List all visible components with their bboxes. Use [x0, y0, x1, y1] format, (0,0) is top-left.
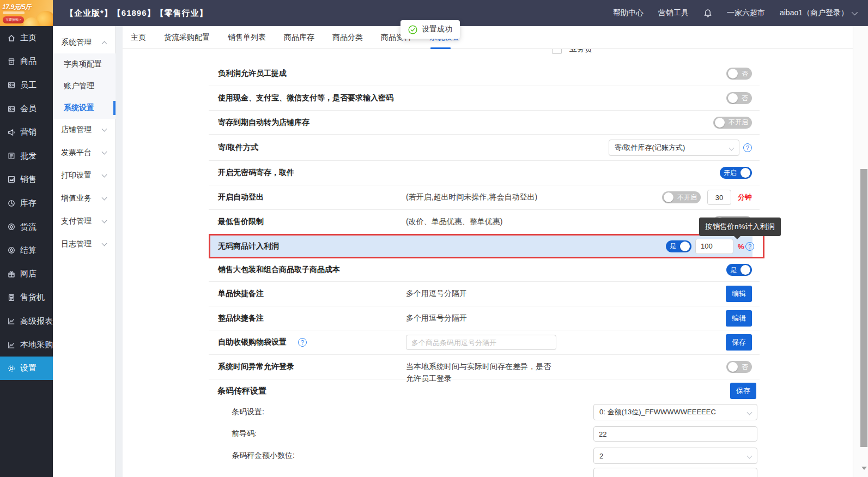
marketing-tools-link[interactable]: 营销工具 [658, 8, 689, 18]
barcode-format-select[interactable]: 0: 金额(13位)_FFWWWWWEEEEEC [593, 404, 757, 420]
setting-row-deposit-pickup-mode: 寄/取件方式 寄/取件库存(记账方式) ? [209, 135, 760, 161]
submenu-item-account-management[interactable]: 账户管理 [53, 75, 116, 97]
sidebar-item-vending-machine[interactable]: 售货机 [0, 286, 53, 309]
main-sidebar: 主页 商品 员工 会员 营销 批发 销售 库存 [0, 26, 53, 477]
submenu-group-payment-management[interactable]: 支付管理 [53, 210, 116, 232]
auto-logout-minutes-input[interactable] [707, 190, 731, 205]
logo-banner[interactable]: 17.9元/5斤 立即抢购 > [0, 0, 53, 26]
chevron-down-icon [729, 145, 735, 150]
chevron-up-icon [102, 41, 107, 46]
scrollbar-down-arrow[interactable] [861, 467, 867, 470]
tooltip: 按销售价n%计入利润 [699, 218, 781, 236]
minutes-unit-label: 分钟 [738, 192, 752, 202]
highlighted-setting-row-uncoded-profit: 无码商品计入利润 是 % ? [209, 234, 764, 258]
save-button[interactable]: 保存 [730, 383, 756, 399]
submenu-group-store-management[interactable]: 店铺管理 [53, 119, 116, 141]
barcode-setting-row: 条码设置: 0: 金额(13位)_FFWWWWWEEEEEC [209, 402, 760, 422]
setting-row-whole-order-remark: 整品快捷备注 多个用逗号分隔开 编辑 [209, 306, 760, 330]
help-center-link[interactable]: 帮助中心 [613, 8, 644, 18]
chevron-down-icon [102, 149, 107, 155]
sidebar-item-sales[interactable]: 销售 [0, 168, 53, 191]
chevron-down-icon [102, 195, 107, 201]
clipped-bottom-input[interactable] [593, 468, 757, 477]
setting-row-min-price-limit: 最低售价限制 (改价、单品优惠、整单优惠) 不开启 [209, 210, 760, 234]
toggle-deposit-expire[interactable]: 不开启 [713, 117, 752, 129]
sidebar-item-advanced-reports[interactable]: 高级报表 [0, 310, 53, 333]
setting-row-self-checkout-bag: 自助收银购物袋设置 ? 保存 [209, 330, 760, 355]
deposit-pickup-mode-select[interactable]: 寄/取件库存(记账方式) [609, 140, 739, 156]
store-name[interactable]: 一家六超市 [727, 8, 765, 18]
gear-icon [7, 364, 16, 373]
toggle-abnormal-time-login[interactable]: 否 [726, 361, 752, 373]
logo-buy-badge[interactable]: 立即抢购 > [3, 16, 24, 23]
chevron-down-icon [852, 9, 858, 15]
toast-message: 设置成功 [422, 25, 452, 34]
scrollbar-track[interactable] [853, 26, 868, 477]
sidebar-item-wholesale[interactable]: 批发 [0, 144, 53, 167]
sidebar-item-goods[interactable]: 商品 [0, 50, 53, 73]
tab-home[interactable]: 主页 [131, 33, 146, 43]
sidebar-item-webstore[interactable]: 网店 [0, 262, 53, 286]
setting-row-negative-profit: 负利润允许员工提成 否 [209, 62, 760, 86]
sidebar-item-members[interactable]: 会员 [0, 97, 53, 120]
sidebar-item-marketing[interactable]: 营销 [0, 120, 53, 144]
toggle-uncoded-profit[interactable]: 是 [666, 240, 691, 252]
edit-button[interactable]: 编辑 [726, 286, 752, 302]
setting-row-payment-password: 使用现金、支付宝、微信支付等，是否要求输入密码 否 [209, 86, 760, 111]
toggle-negative-profit[interactable]: 否 [726, 68, 752, 80]
submenu-children: 字典项配置 账户管理 系统设置 [53, 53, 116, 119]
chevron-down-icon [102, 218, 107, 224]
submenu-group-log-management[interactable]: 日志管理 [53, 233, 116, 255]
sidebar-item-inventory[interactable]: 库存 [0, 191, 53, 215]
help-icon[interactable]: ? [745, 242, 754, 251]
logo-price-text: 17.9元/5斤 [2, 3, 31, 12]
section-title: 条码传秤设置 [217, 386, 266, 396]
bell-icon[interactable] [703, 9, 712, 18]
active-indicator-bar [113, 101, 116, 115]
active-tab-underline [430, 47, 451, 49]
uncoded-profit-percent-input[interactable] [695, 239, 733, 254]
sidebar-item-local-purchase[interactable]: 本地采购 [0, 333, 53, 357]
tab-goods-category[interactable]: 商品分类 [332, 33, 363, 43]
submenu-item-dictionary-config[interactable]: 字典项配置 [53, 53, 116, 75]
chevron-down-icon [102, 241, 107, 246]
sidebar-item-staff[interactable]: 员工 [0, 74, 53, 97]
toggle-payment-password[interactable]: 否 [726, 92, 752, 104]
tab-bar: 主页 货流采购配置 销售单列表 商品库存 商品分类 商品资料 系统设置 [123, 26, 853, 49]
logo-subtext-decoration [3, 11, 25, 14]
submenu-group-value-added[interactable]: 增值业务 [53, 188, 116, 209]
percent-unit-label: % [738, 242, 744, 250]
toggle-no-password-deposit[interactable]: 开启 [720, 167, 752, 179]
submenu-group-system-management[interactable]: 系统管理 [53, 32, 116, 53]
amount-decimal-select[interactable]: 2 [593, 448, 757, 464]
tab-sales-order-list[interactable]: 销售单列表 [228, 33, 266, 43]
save-button[interactable]: 保存 [726, 334, 752, 351]
toggle-auto-logout[interactable]: 不开启 [662, 191, 701, 203]
sidebar-item-settings[interactable]: 设置 [0, 357, 53, 380]
scrollbar-thumb[interactable] [860, 169, 867, 447]
success-check-icon [408, 25, 417, 34]
edit-button[interactable]: 编辑 [726, 310, 752, 327]
setting-row-auto-logout: 开启自动登出 (若开启,超出时间未操作,将会自动登出) 不开启 分钟 [209, 185, 760, 210]
window-title: 【企业版*】【61896】【零售行业】 [65, 0, 208, 26]
chevron-down-icon [102, 172, 107, 178]
success-toast: 设置成功 [400, 20, 460, 39]
account-menu[interactable]: aibao1（商户登录） [780, 8, 856, 18]
sidebar-item-settlement[interactable]: 结算 [0, 239, 53, 262]
bag-barcodes-input[interactable] [406, 335, 556, 350]
setting-row-single-item-remark: 单品快捷备注 多个用逗号分隔开 编辑 [209, 282, 760, 306]
sidebar-item-logistics[interactable]: 货流 [0, 215, 53, 238]
submenu-item-system-settings[interactable]: 系统设置 [53, 97, 116, 119]
tab-goods-inventory[interactable]: 商品库存 [284, 33, 314, 43]
help-icon[interactable]: ? [298, 338, 307, 347]
chevron-down-icon [747, 410, 752, 415]
submenu-group-print-settings[interactable]: 打印设置 [53, 165, 116, 186]
help-icon[interactable]: ? [743, 143, 752, 152]
secondary-sidebar: 系统管理 字典项配置 账户管理 系统设置 店铺管理 发票平台 打印设置 增值业务 [53, 26, 116, 477]
prefix-code-input[interactable] [593, 426, 757, 442]
tab-logistics-purchase-config[interactable]: 货流采购配置 [164, 33, 210, 43]
toggle-package-cost[interactable]: 是 [726, 264, 752, 276]
prefix-code-row: 前导码: [209, 424, 760, 444]
sidebar-item-home[interactable]: 主页 [0, 26, 53, 50]
submenu-group-invoice-platform[interactable]: 发票平台 [53, 142, 116, 164]
